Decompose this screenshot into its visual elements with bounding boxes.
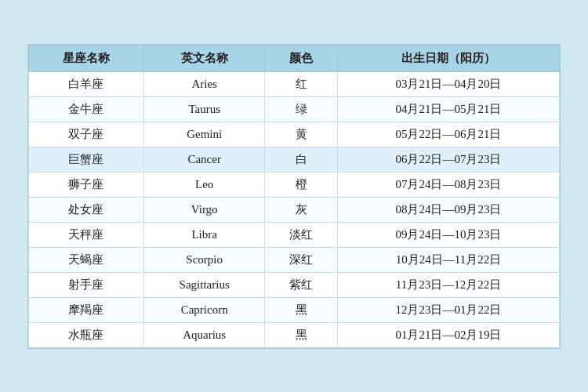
cell-color: 黑 [265, 297, 338, 322]
table-row: 白羊座Aries红03月21日—04月20日 [29, 71, 560, 96]
cell-chinese-name: 天秤座 [29, 222, 144, 247]
cell-chinese-name: 双子座 [29, 122, 144, 147]
cell-dates: 11月23日—12月22日 [337, 272, 559, 297]
cell-dates: 10月24日—11月22日 [337, 247, 559, 272]
table-header-row: 星座名称英文名称颜色出生日期（阳历） [29, 45, 560, 71]
table-header-cell: 颜色 [265, 45, 338, 71]
cell-dates: 12月23日—01月22日 [337, 297, 559, 322]
cell-english-name: Aquarius [143, 322, 265, 347]
cell-english-name: Capricorn [143, 297, 265, 322]
cell-english-name: Taurus [143, 96, 265, 122]
cell-dates: 01月21日—02月19日 [337, 322, 559, 347]
table-header-cell: 星座名称 [29, 45, 144, 71]
table-header-cell: 出生日期（阳历） [337, 45, 559, 71]
cell-dates: 03月21日—04月20日 [337, 71, 559, 96]
cell-dates: 08月24日—09月23日 [337, 197, 559, 222]
cell-english-name: Leo [143, 172, 265, 197]
table-header-cell: 英文名称 [143, 45, 265, 71]
cell-color: 橙 [265, 172, 338, 197]
cell-color: 白 [265, 147, 338, 172]
table-row: 天蝎座Scorpio深红10月24日—11月22日 [29, 247, 560, 272]
cell-color: 灰 [265, 197, 338, 222]
cell-dates: 06月22日—07月23日 [337, 147, 559, 172]
cell-color: 黄 [265, 122, 338, 147]
cell-english-name: Cancer [143, 147, 265, 172]
cell-chinese-name: 天蝎座 [29, 247, 144, 272]
cell-english-name: Libra [143, 222, 265, 247]
cell-chinese-name: 狮子座 [29, 172, 144, 197]
cell-color: 黑 [265, 322, 338, 347]
table-row: 金牛座Taurus绿04月21日—05月21日 [29, 96, 560, 122]
cell-chinese-name: 摩羯座 [29, 297, 144, 322]
cell-english-name: Gemini [143, 122, 265, 147]
cell-english-name: Aries [143, 71, 265, 96]
cell-chinese-name: 金牛座 [29, 96, 144, 122]
table-row: 射手座Sagittarius紫红11月23日—12月22日 [29, 272, 560, 297]
cell-dates: 09月24日—10月23日 [337, 222, 559, 247]
cell-chinese-name: 处女座 [29, 197, 144, 222]
table-row: 狮子座Leo橙07月24日—08月23日 [29, 172, 560, 197]
cell-color: 紫红 [265, 272, 338, 297]
table-row: 双子座Gemini黄05月22日—06月21日 [29, 122, 560, 147]
table-row: 处女座Virgo灰08月24日—09月23日 [29, 197, 560, 222]
cell-chinese-name: 水瓶座 [29, 322, 144, 347]
cell-color: 红 [265, 71, 338, 96]
cell-dates: 04月21日—05月21日 [337, 96, 559, 122]
table-row: 天秤座Libra淡红09月24日—10月23日 [29, 222, 560, 247]
zodiac-table: 星座名称英文名称颜色出生日期（阳历） 白羊座Aries红03月21日—04月20… [28, 45, 560, 348]
cell-color: 深红 [265, 247, 338, 272]
table-row: 水瓶座Aquarius黑01月21日—02月19日 [29, 322, 560, 347]
cell-color: 淡红 [265, 222, 338, 247]
zodiac-table-wrapper: 星座名称英文名称颜色出生日期（阳历） 白羊座Aries红03月21日—04月20… [27, 44, 561, 349]
cell-english-name: Sagittarius [143, 272, 265, 297]
cell-dates: 07月24日—08月23日 [337, 172, 559, 197]
table-row: 摩羯座Capricorn黑12月23日—01月22日 [29, 297, 560, 322]
cell-color: 绿 [265, 96, 338, 122]
cell-english-name: Scorpio [143, 247, 265, 272]
cell-chinese-name: 白羊座 [29, 71, 144, 96]
cell-english-name: Virgo [143, 197, 265, 222]
cell-chinese-name: 射手座 [29, 272, 144, 297]
cell-dates: 05月22日—06月21日 [337, 122, 559, 147]
table-row: 巨蟹座Cancer白06月22日—07月23日 [29, 147, 560, 172]
cell-chinese-name: 巨蟹座 [29, 147, 144, 172]
